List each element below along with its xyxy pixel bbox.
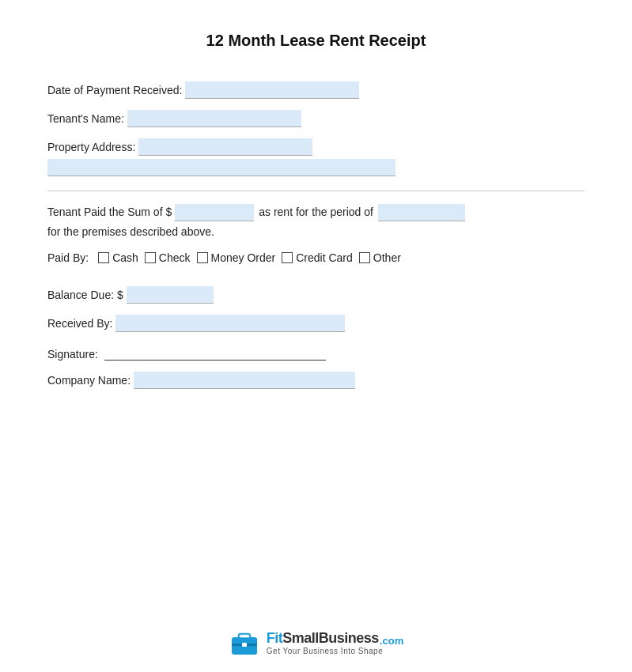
- balance-row: Balance Due: $: [47, 286, 585, 304]
- footer: FitSmallBusiness .com Get Your Business …: [229, 606, 403, 656]
- sum-row: Tenant Paid the Sum of $ as rent for the…: [47, 202, 585, 242]
- company-row: Company Name:: [47, 372, 585, 389]
- date-input[interactable]: [185, 81, 359, 99]
- svg-rect-4: [242, 643, 247, 647]
- period-input[interactable]: [378, 204, 465, 221]
- property-input-line1[interactable]: [138, 138, 312, 156]
- credit-card-checkbox[interactable]: [282, 252, 293, 263]
- cash-option[interactable]: Cash: [98, 251, 138, 264]
- balance-input[interactable]: [127, 286, 214, 304]
- divider: [47, 191, 585, 191]
- address-line1-row: Property Address:: [47, 138, 585, 156]
- check-label: Check: [159, 251, 191, 264]
- logo-main: FitSmallBusiness: [267, 630, 379, 647]
- other-option[interactable]: Other: [359, 251, 401, 264]
- property-label: Property Address:: [47, 141, 135, 153]
- svg-rect-2: [239, 634, 250, 638]
- address-block: Property Address:: [47, 138, 585, 176]
- date-label: Date of Payment Received:: [47, 84, 182, 96]
- paid-by-label: Paid By:: [47, 251, 89, 264]
- company-input[interactable]: [134, 372, 355, 389]
- cash-checkbox[interactable]: [98, 252, 109, 263]
- property-input-line2[interactable]: [47, 159, 395, 176]
- money-order-label: Money Order: [211, 251, 276, 264]
- credit-card-option[interactable]: Credit Card: [282, 251, 353, 264]
- page-title: 12 Month Lease Rent Receipt: [206, 32, 426, 50]
- paid-by-row: Paid By: Cash Check Money Order Credit C…: [47, 251, 585, 264]
- logo-container: FitSmallBusiness .com Get Your Business …: [229, 629, 403, 656]
- tenant-label: Tenant's Name:: [47, 112, 124, 125]
- signature-input[interactable]: [104, 343, 326, 361]
- signature-row: Signature:: [47, 343, 585, 361]
- money-order-option[interactable]: Money Order: [197, 251, 276, 264]
- check-checkbox[interactable]: [145, 252, 156, 263]
- sum-input[interactable]: [175, 204, 254, 221]
- company-label: Company Name:: [47, 374, 131, 387]
- logo-tagline: Get Your Business Into Shape: [267, 647, 403, 655]
- received-row: Received By:: [47, 315, 585, 332]
- page: 12 Month Lease Rent Receipt Date of Paym…: [0, 0, 632, 672]
- money-order-checkbox[interactable]: [197, 252, 208, 263]
- logo-fit: Fit: [267, 630, 283, 646]
- tenant-row: Tenant's Name:: [47, 110, 585, 127]
- spacer: [47, 270, 585, 286]
- balance-label: Balance Due: $: [47, 289, 123, 301]
- received-input[interactable]: [115, 315, 345, 332]
- signature-label: Signature:: [47, 348, 98, 361]
- logo-text-block: FitSmallBusiness .com Get Your Business …: [267, 630, 403, 655]
- logo-com: .com: [380, 635, 403, 647]
- cash-label: Cash: [112, 251, 138, 264]
- sum-mid: as rent for the period of: [259, 202, 373, 222]
- received-label: Received By:: [47, 317, 112, 330]
- other-label: Other: [373, 251, 401, 264]
- other-checkbox[interactable]: [359, 252, 370, 263]
- credit-card-label: Credit Card: [296, 251, 353, 264]
- date-row: Date of Payment Received:: [47, 81, 585, 99]
- sum-suffix: for the premises described above.: [47, 222, 214, 242]
- briefcase-icon: [229, 629, 260, 656]
- check-option[interactable]: Check: [145, 251, 191, 264]
- form-section: Date of Payment Received: Tenant's Name:…: [47, 81, 585, 400]
- sum-prefix: Tenant Paid the Sum of $: [47, 202, 172, 222]
- tenant-input[interactable]: [127, 110, 301, 127]
